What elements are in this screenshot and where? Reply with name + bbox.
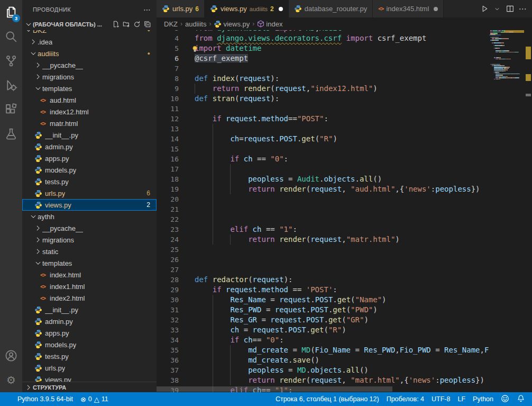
code-line-8[interactable]: 8def index(request): [157, 74, 489, 84]
tree-item-static[interactable]: static [22, 246, 157, 257]
tree-item-tests.py[interactable]: tests.py [22, 350, 157, 362]
tab-index345.html[interactable]: <>index345.html [373, 0, 444, 17]
tree-item-apps.py[interactable]: apps.py [22, 327, 157, 339]
python-interpreter-item[interactable]: Python 3.9.5 64-bit [14, 395, 77, 403]
cursor-position-item[interactable]: Строка 6, столбец 1 (выбрано 12) [272, 395, 383, 403]
tree-item-DKZ[interactable]: DKZ● [22, 30, 157, 36]
tree-item-templates[interactable]: templates [22, 257, 157, 269]
code-line-10[interactable]: 10def stran(request): [157, 94, 489, 104]
tree-item-index.html[interactable]: <>index.html [22, 269, 157, 281]
code-line-29[interactable]: 29 if request.method == 'POST': [157, 285, 489, 295]
language-mode-item[interactable]: Python [469, 395, 497, 403]
tree-item-__pycache__[interactable]: __pycache__ [22, 222, 157, 234]
breadcrumb-item-audiiits[interactable]: audiiits [185, 20, 206, 28]
code-editor[interactable]: 3from aythh.models import MD,Audit4from … [157, 30, 489, 392]
tab-database_roouter.py[interactable]: database_roouter.py [289, 0, 373, 17]
breadcrumb[interactable]: DKZ›audiiits›views.py›index [157, 17, 532, 30]
tree-item-models.py[interactable]: models.py [22, 339, 157, 350]
breadcrumb-item-views.py[interactable]: views.py [214, 20, 250, 28]
code-line-6[interactable]: 6@csrf_exempt [157, 53, 489, 64]
tree-item-audiiits[interactable]: audiiits● [22, 48, 157, 59]
encoding-item[interactable]: UTF-8 [428, 395, 454, 403]
activity-search[interactable] [0, 24, 22, 49]
feedback-item[interactable] [497, 394, 513, 404]
tree-item-migrations[interactable]: migrations [22, 71, 157, 83]
activity-source-control[interactable] [0, 49, 22, 73]
minimap[interactable] [489, 30, 524, 392]
code-line-34[interactable]: 34 if ch== "0": [157, 335, 489, 345]
code-line-4[interactable]: 4from django.views.decorators.csrf impor… [157, 33, 489, 43]
activity-explorer[interactable]: 3 [0, 0, 22, 24]
code-line-19[interactable]: 19 return render(request, "aud.html",{'n… [157, 184, 489, 194]
code-line-12[interactable]: 12 if request.method=="POST": [157, 114, 489, 124]
run-python-file-button[interactable] [479, 3, 490, 15]
code-line-24[interactable]: 24 return render(request,"matr.html") [157, 234, 489, 245]
code-line-30[interactable]: 30 Res_Name = request.POST.get("Name") [157, 295, 489, 305]
code-line-16[interactable]: 16 if ch == "0": [157, 154, 489, 164]
code-line-37[interactable]: 37 peopless = MD.objects.all() [157, 365, 489, 375]
new-folder-icon[interactable] [123, 21, 130, 28]
tree-item-apps.py[interactable]: apps.py [22, 152, 157, 164]
tree-item-__init__.py[interactable]: __init__.py [22, 129, 157, 141]
code-line-13[interactable]: 13 [157, 124, 489, 134]
breadcrumb-item-DKZ[interactable]: DKZ [164, 20, 178, 28]
code-line-33[interactable]: 33 ch = request.POST.get("R") [157, 325, 489, 335]
tree-item-.idea[interactable]: .idea [22, 36, 157, 48]
more-actions-button[interactable]: ⋯ [517, 3, 528, 15]
code-line-31[interactable]: 31 Res_PWD = request.POST.get("PWD") [157, 305, 489, 315]
tab-urls.py[interactable]: urls.py6 [157, 0, 205, 17]
code-line-7[interactable]: 7 [157, 64, 489, 74]
eol-item[interactable]: LF [454, 395, 469, 403]
activity-run-debug[interactable] [0, 73, 22, 97]
code-line-25[interactable]: 25 [157, 245, 489, 255]
tree-item-__pycache__[interactable]: __pycache__ [22, 59, 157, 71]
new-file-icon[interactable] [112, 21, 120, 28]
code-line-9[interactable]: 9 return render(request,"index12.html") [157, 84, 489, 94]
notifications-item[interactable] [513, 394, 529, 404]
tree-item-index1.html[interactable]: <>index1.html [22, 281, 157, 292]
tree-item-urls.py[interactable]: urls.py6 [22, 187, 157, 199]
code-line-14[interactable]: 14 ch=request.POST.get("R") [157, 134, 489, 144]
tree-item-views.py[interactable]: views.py2 [22, 199, 157, 211]
horizontal-scrollbar[interactable] [157, 386, 392, 392]
code-line-18[interactable]: 18 peopless = Audit.objects.all() [157, 174, 489, 184]
code-line-23[interactable]: 23 elif ch == "1": [157, 224, 489, 234]
tree-item-views.py[interactable]: views.py [22, 374, 157, 382]
collapse-all-icon[interactable] [144, 21, 151, 28]
split-editor-button[interactable] [505, 3, 515, 15]
tree-item-admin.py[interactable]: admin.py [22, 315, 157, 327]
activity-testing[interactable] [0, 122, 22, 146]
code-line-15[interactable]: 15 [157, 144, 489, 154]
code-line-22[interactable]: 22 [157, 214, 489, 224]
code-line-21[interactable]: 21 [157, 204, 489, 214]
tree-item-index12.html[interactable]: <>index12.html [22, 106, 157, 118]
code-line-27[interactable]: 27 [157, 265, 489, 275]
code-line-35[interactable]: 35 md_create = MD(Fio_Name = Res_PWD,Fio… [157, 345, 489, 355]
tree-item-matr.html[interactable]: <>matr.html [22, 118, 157, 129]
code-line-28[interactable]: 28def redactor(request): [157, 275, 489, 285]
tree-item-aythh[interactable]: aythh [22, 211, 157, 222]
activity-account[interactable] [0, 344, 22, 368]
code-line-20[interactable]: 20 [157, 194, 489, 204]
tree-item-migrations[interactable]: migrations [22, 234, 157, 246]
tree-item-aud.html[interactable]: <>aud.html [22, 94, 157, 106]
tab-views.py[interactable]: views.pyaudiiits2 [205, 0, 289, 17]
tree-item-templates[interactable]: templates [22, 83, 157, 94]
views-more-actions-icon[interactable]: ⋯ [143, 5, 151, 14]
code-line-5[interactable]: 5import datetime [157, 43, 489, 53]
lightbulb-icon[interactable] [191, 45, 198, 55]
tree-item-models.py[interactable]: models.py [22, 164, 157, 176]
breadcrumb-item-index[interactable]: index [257, 20, 282, 28]
code-line-17[interactable]: 17 [157, 164, 489, 174]
code-line-32[interactable]: 32 Res_GR = request.POST.get("GR") [157, 315, 489, 325]
tree-item-urls.py[interactable]: urls.py [22, 362, 157, 374]
run-dropdown-button[interactable] [492, 3, 502, 15]
problems-item[interactable]: ⊗ 0 △ 11 [77, 395, 112, 403]
code-line-38[interactable]: 38 return render(request, "matr.html",{'… [157, 375, 489, 385]
refresh-icon[interactable] [133, 21, 141, 28]
code-line-36[interactable]: 36 md_create.save() [157, 355, 489, 365]
outline-section-header[interactable]: СТРУКТУРА [22, 382, 157, 392]
code-line-26[interactable]: 26 [157, 255, 489, 265]
tree-item-tests.py[interactable]: tests.py [22, 176, 157, 187]
tree-item-index2.html[interactable]: <>index2.html [22, 292, 157, 304]
